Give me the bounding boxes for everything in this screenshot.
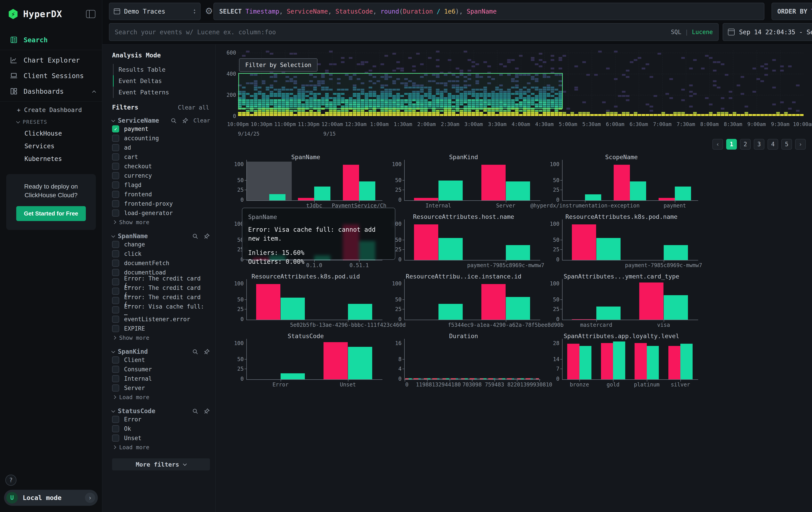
inliers-bar[interactable] [585, 194, 601, 200]
checkbox-unchecked[interactable] [112, 153, 119, 161]
checkbox-unchecked[interactable] [112, 172, 119, 179]
inliers-bar[interactable] [675, 187, 691, 200]
inliers-bar[interactable] [438, 304, 463, 320]
outliers-bar[interactable] [601, 343, 613, 379]
pin-icon[interactable] [182, 117, 188, 124]
page-button-3[interactable]: 3 [754, 139, 764, 150]
sidebar-item-kubernetes[interactable]: Kubernetes [0, 153, 102, 165]
outliers-bar[interactable] [414, 224, 438, 260]
outliers-bar[interactable] [256, 284, 280, 320]
search-icon[interactable] [192, 408, 199, 414]
checkbox-unchecked[interactable] [112, 325, 119, 332]
inliers-bar[interactable] [613, 342, 625, 379]
chart-plot[interactable]: 02550100InternalServer [404, 162, 539, 201]
chart-plot[interactable]: 02550100f5344ec9-a1ea-4290-a62a-78f5bee8… [404, 281, 539, 320]
source-select[interactable]: Demo Traces ▴▾ [109, 3, 201, 20]
filter-option[interactable]: documentFetch [112, 259, 210, 268]
outliers-bar[interactable] [659, 198, 675, 200]
inliers-bar[interactable] [630, 182, 646, 200]
filter-option[interactable]: load-generator [112, 208, 210, 218]
filter-option[interactable]: accounting [112, 134, 210, 143]
checkbox-unchecked[interactable] [112, 250, 119, 257]
checkbox-unchecked[interactable] [112, 434, 119, 442]
checkbox-unchecked[interactable] [112, 241, 119, 248]
filter-option[interactable]: EXPIRE [112, 324, 210, 333]
outliers-bar[interactable] [668, 346, 680, 379]
filter-option[interactable]: Unset [112, 433, 210, 443]
analysis-mode-event-deltas[interactable]: Event Deltas [113, 75, 210, 87]
checkbox-unchecked[interactable] [112, 163, 119, 170]
sidebar-item-clickhouse[interactable]: ClickHouse [0, 127, 102, 140]
search-input[interactable]: Search your events w/ Lucene ex. column:… [109, 23, 719, 41]
checkbox-unchecked[interactable] [112, 210, 119, 217]
checkbox-unchecked[interactable] [112, 288, 119, 295]
checkbox-unchecked[interactable] [112, 416, 119, 423]
checkbox-unchecked[interactable] [112, 306, 119, 314]
load-more-button[interactable]: Load more [113, 443, 210, 452]
chart-plot[interactable]: 02550100mastercardvisa [562, 281, 697, 320]
chart-plot[interactable]: 0481601198813294418070309875948382201399… [404, 341, 539, 380]
sidebar-item-client-sessions[interactable]: Client Sessions [0, 68, 102, 83]
checkbox-unchecked[interactable] [112, 200, 119, 207]
sidebar-item-dashboards[interactable]: Dashboards [0, 83, 102, 99]
inliers-bar[interactable] [438, 181, 463, 200]
filter-option[interactable]: flagd [112, 180, 210, 190]
order-by-input[interactable]: ORDER BY Timestamp DESC [772, 3, 812, 20]
inliers-bar[interactable] [269, 194, 286, 200]
filter-option[interactable]: ad [112, 143, 210, 152]
search-icon[interactable] [192, 348, 199, 355]
chart-plot[interactable]: 02550100tJdbcPaymentService/Ch [246, 162, 381, 201]
checkbox-unchecked[interactable] [112, 316, 119, 323]
inliers-bar[interactable] [596, 306, 620, 320]
checkbox-checked[interactable]: ✓ [112, 125, 119, 132]
filter-option[interactable]: Error [112, 415, 210, 424]
checkbox-unchecked[interactable] [112, 356, 119, 363]
show-more-button[interactable]: Show more [113, 333, 210, 342]
outliers-bar[interactable] [482, 284, 505, 320]
checkbox-unchecked[interactable] [112, 269, 119, 276]
outliers-bar[interactable] [323, 342, 348, 379]
filter-option[interactable]: click [112, 249, 210, 259]
outliers-bar[interactable] [614, 165, 630, 200]
inliers-bar[interactable] [664, 295, 688, 320]
sidebar-item-chart-explorer[interactable]: Chart Explorer [0, 52, 102, 68]
inliers-bar[interactable] [596, 238, 620, 260]
outliers-bar[interactable] [572, 319, 596, 320]
filter-by-selection-button[interactable]: Filter by Selection [239, 58, 318, 72]
prev-page-button[interactable]: ‹ [713, 139, 723, 150]
filter-group-header[interactable]: StatusCode [112, 407, 210, 415]
checkbox-unchecked[interactable] [112, 297, 119, 304]
date-range-input[interactable]: Sep 14 22:04:35 - Sep 15 10:04:35 [723, 23, 812, 41]
inliers-bar[interactable] [314, 187, 330, 200]
analysis-mode-event-patterns[interactable]: Event Patterns [113, 87, 210, 98]
filter-group-header[interactable]: SpanName [112, 233, 210, 240]
inliers-bar[interactable] [664, 245, 688, 260]
gear-icon[interactable]: ⚙ [205, 6, 213, 16]
filter-group-header[interactable]: ServiceNameClear [112, 117, 210, 124]
create-dashboard-button[interactable]: + Create Dashboard [0, 104, 102, 116]
filter-option[interactable]: checkout [112, 162, 210, 171]
inliers-bar[interactable] [348, 304, 372, 320]
filter-option[interactable]: Server [112, 383, 210, 393]
outliers-bar[interactable] [298, 198, 314, 200]
outliers-bar[interactable] [482, 165, 505, 200]
outliers-bar[interactable] [639, 282, 664, 320]
filter-option[interactable]: ✓payment [112, 124, 210, 134]
pin-icon[interactable] [203, 233, 210, 240]
checkbox-unchecked[interactable] [112, 375, 119, 382]
lang-lucene-toggle[interactable]: Lucene [692, 29, 713, 35]
outliers-bar[interactable] [343, 165, 359, 200]
inliers-bar[interactable] [348, 347, 372, 379]
filter-option[interactable]: Client [112, 355, 210, 365]
sql-select-input[interactable]: SELECT Timestamp, ServiceName, StatusCod… [213, 3, 764, 20]
inliers-bar[interactable] [281, 298, 305, 320]
checkbox-unchecked[interactable] [112, 260, 119, 267]
checkbox-unchecked[interactable] [112, 182, 119, 189]
checkbox-unchecked[interactable] [112, 278, 119, 286]
checkbox-unchecked[interactable] [112, 425, 119, 432]
outliers-bar[interactable] [572, 224, 596, 260]
filter-group-header[interactable]: SpanKind [112, 348, 210, 355]
lang-sql-toggle[interactable]: SQL [671, 29, 681, 35]
sidebar-item-search[interactable]: Search [0, 32, 102, 48]
clear-filter-button[interactable]: Clear [194, 117, 210, 124]
